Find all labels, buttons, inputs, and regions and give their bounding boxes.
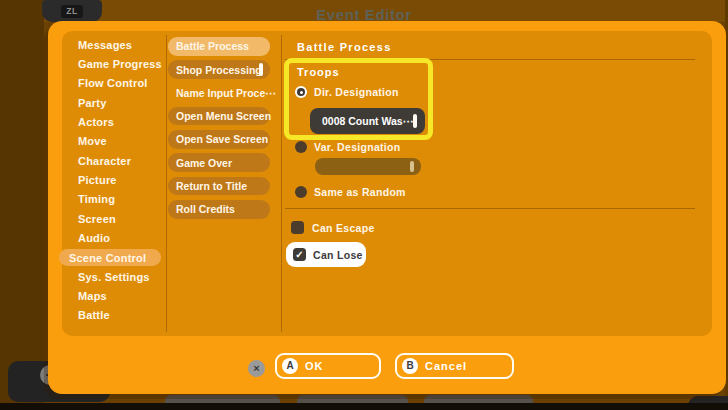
scroll-indicator[interactable]	[259, 63, 264, 76]
command-game-over[interactable]: Game Over	[168, 153, 270, 172]
sidebar-item-party[interactable]: Party	[62, 93, 166, 112]
command-shop-processing[interactable]: Shop Processing	[168, 60, 270, 79]
radio-unselected-icon	[295, 186, 307, 198]
sidebar-item-scene-control[interactable]: Scene Control	[59, 249, 161, 267]
event-editor-dialog: Messages Game Progress Flow Control Part…	[48, 21, 726, 394]
radio-selected-icon	[295, 86, 307, 98]
radio-var-designation[interactable]: Var. Designation	[295, 141, 401, 153]
command-open-menu-screen[interactable]: Open Menu Screen	[168, 107, 270, 126]
troops-group-title: Troops	[297, 66, 340, 78]
zl-button-icon: ZL	[61, 5, 83, 18]
command-roll-credits[interactable]: Roll Credits	[168, 200, 270, 219]
radio-dir-designation[interactable]: Dir. Designation	[295, 86, 399, 98]
radio-unselected-icon	[295, 141, 307, 153]
troops-group-divider	[285, 59, 695, 60]
sidebar-item-messages[interactable]: Messages	[62, 35, 166, 54]
command-open-save-screen[interactable]: Open Save Screen	[168, 130, 270, 149]
sidebar-item-timing[interactable]: Timing	[62, 190, 166, 209]
detail-pane-title: Battle Process	[297, 41, 392, 53]
checkbox-can-lose[interactable]: ✓ Can Lose	[286, 242, 366, 267]
divider	[281, 35, 282, 332]
ok-button[interactable]: A OK	[275, 353, 381, 379]
sidebar-item-flow-control[interactable]: Flow Control	[62, 74, 166, 93]
sidebar-item-character[interactable]: Character	[62, 151, 166, 170]
cancel-button[interactable]: B Cancel	[395, 353, 514, 379]
sidebar-item-game-progress[interactable]: Game Progress	[62, 54, 166, 73]
x-button-icon: ×	[248, 360, 265, 377]
checkbox-can-escape[interactable]: Can Escape	[291, 221, 375, 234]
command-name-input-processing[interactable]: Name Input Proce⋯	[168, 84, 270, 103]
troop-dropdown[interactable]: 0008 Count Was⋯	[310, 108, 425, 134]
sidebar-item-maps[interactable]: Maps	[62, 286, 166, 305]
sidebar-item-sys-settings[interactable]: Sys. Settings	[62, 267, 166, 286]
background-left-band	[0, 0, 44, 403]
input-scroll-icon	[410, 161, 414, 172]
sidebar-item-picture[interactable]: Picture	[62, 170, 166, 189]
b-button-icon: B	[402, 358, 418, 374]
dropdown-scroll-icon	[413, 114, 417, 128]
divider	[166, 35, 167, 332]
options-divider	[285, 208, 695, 209]
radio-same-as-random[interactable]: Same as Random	[295, 186, 406, 198]
content-panel: Messages Game Progress Flow Control Part…	[62, 31, 712, 336]
zl-shoulder-tab[interactable]: ZL	[42, 0, 102, 22]
a-button-icon: A	[282, 358, 298, 374]
sidebar-item-audio[interactable]: Audio	[62, 228, 166, 247]
checkbox-checked-icon: ✓	[293, 248, 306, 261]
sidebar-item-battle[interactable]: Battle	[62, 306, 166, 325]
command-return-to-title[interactable]: Return to Title	[168, 177, 270, 196]
sidebar-item-actors[interactable]: Actors	[62, 112, 166, 131]
checkbox-unchecked-icon	[291, 221, 304, 234]
command-battle-process[interactable]: Battle Process	[168, 37, 270, 56]
category-sidebar: Messages Game Progress Flow Control Part…	[62, 35, 166, 325]
command-list: Battle Process Shop Processing Name Inpu…	[168, 37, 281, 223]
sidebar-item-move[interactable]: Move	[62, 132, 166, 151]
bottom-black-bar	[0, 403, 728, 410]
sidebar-item-screen[interactable]: Screen	[62, 209, 166, 228]
var-designation-input[interactable]	[315, 158, 421, 175]
